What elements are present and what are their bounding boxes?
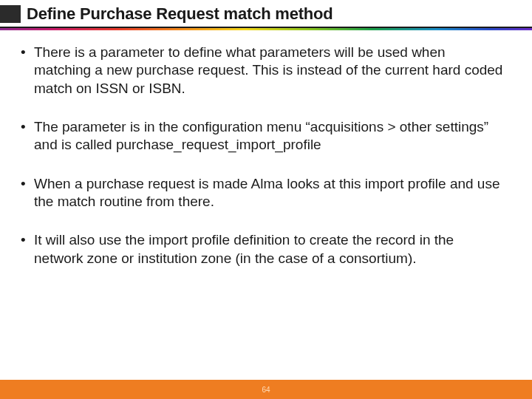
page-number: 64 [262,386,270,394]
title-bar: Define Purchase Request match method [0,0,532,24]
slide: Define Purchase Request match method The… [0,0,532,399]
title-decor-box [0,5,21,23]
content-area: There is a parameter to define what para… [0,30,532,399]
bullet-item: When a purchase request is made Alma loo… [18,175,504,211]
bullet-item: The parameter is in the configuration me… [18,118,504,154]
bullet-item: There is a parameter to define what para… [18,44,504,98]
bullet-list: There is a parameter to define what para… [18,44,504,267]
bullet-item: It will also use the import profile defi… [18,231,504,267]
footer-bar: 64 [0,380,532,399]
slide-title: Define Purchase Request match method [27,4,333,24]
